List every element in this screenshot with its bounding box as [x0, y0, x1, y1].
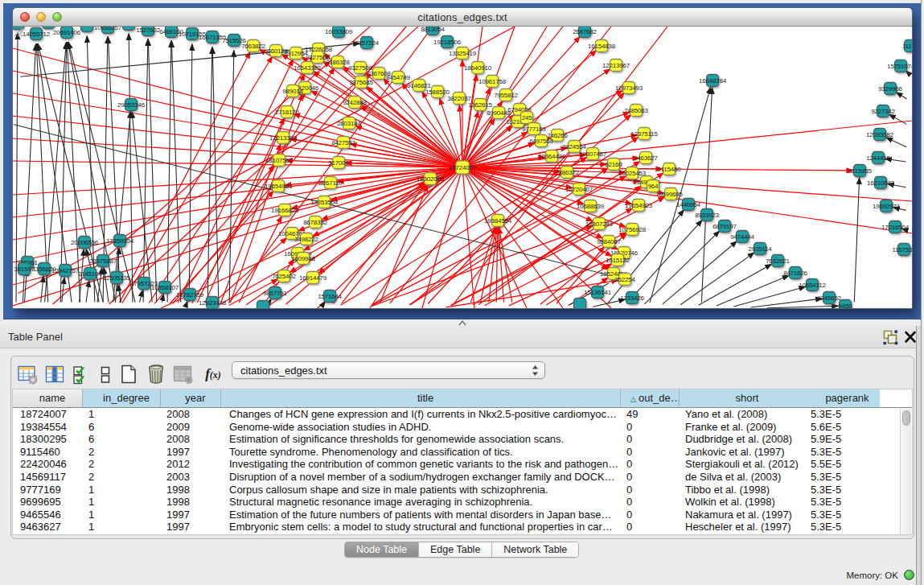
graph-edge[interactable]: [189, 43, 192, 302]
table-row[interactable]: 977716911998Corpus callosum shape and si…: [13, 484, 912, 496]
graph-node[interactable]: 6879197: [713, 220, 737, 233]
table-cell[interactable]: Corpus callosum shape and size in male p…: [221, 484, 621, 496]
graph-node[interactable]: 1244415: [866, 152, 890, 164]
table-cell[interactable]: 9777169: [13, 484, 83, 496]
graph-node[interactable]: 19218506: [433, 36, 462, 48]
table-row[interactable]: 946362711997Embryonic stem cells: a mode…: [13, 521, 912, 534]
table-cell[interactable]: Hescheler et al. (1997): [680, 521, 805, 534]
graph-edge[interactable]: [733, 286, 806, 307]
graph-node[interactable]: 8813054: [421, 27, 445, 35]
graph-node[interactable]: 7955812: [494, 89, 518, 101]
table-cell[interactable]: 5.3E-5: [805, 446, 880, 459]
graph-node[interactable]: 9227342: [871, 105, 895, 117]
graph-edge[interactable]: [13, 167, 457, 195]
table-cell[interactable]: 18724007: [13, 408, 83, 421]
table-row[interactable]: 946554611997Estimation of the future num…: [13, 509, 912, 521]
graph-node[interactable]: 10654112: [799, 279, 826, 291]
graph-node[interactable]: 245: [521, 112, 533, 124]
graph-node[interactable]: 19654923: [625, 200, 653, 212]
table-row[interactable]: 1872400712008Changes of HCN gene express…: [13, 408, 912, 421]
table-cell[interactable]: 2: [83, 471, 161, 484]
table-row[interactable]: 969969511998Structural magnetic resonanc…: [13, 496, 912, 509]
table-cell[interactable]: 1: [83, 484, 161, 496]
graph-node[interactable]: 15136141: [584, 286, 612, 299]
column-header-year[interactable]: year: [161, 389, 221, 407]
graph-edge[interactable]: [886, 138, 907, 147]
table-cell[interactable]: 1: [83, 521, 161, 534]
table-cell[interactable]: Franke et al. (2009): [680, 421, 805, 434]
tab-node-table[interactable]: Node Table: [345, 542, 419, 557]
table-scrollbar[interactable]: [900, 409, 911, 534]
tab-edge-table[interactable]: Edge Table: [419, 542, 492, 557]
graph-edge[interactable]: [140, 290, 142, 302]
table-row[interactable]: 911546021997Tourette syndrome. Phenomeno…: [13, 446, 912, 459]
table-cell[interactable]: Nakamura et al. (1997): [680, 509, 805, 521]
table-cell[interactable]: 2003: [161, 471, 221, 484]
table-cell[interactable]: Estimation of significance thresholds fo…: [221, 433, 621, 446]
table-cell[interactable]: 2012: [161, 458, 221, 471]
table-cell[interactable]: 5.3E-5: [805, 496, 880, 509]
table-cell[interactable]: 1998: [161, 496, 221, 509]
column-header-in_degree[interactable]: in_degree: [83, 389, 161, 407]
graph-node[interactable]: 9857791: [263, 287, 287, 299]
table-cell[interactable]: 2: [83, 446, 161, 459]
graph-node[interactable]: 11173: [902, 40, 912, 52]
table-cell[interactable]: 5.3E-5: [805, 484, 880, 496]
table-select-dropdown[interactable]: citations_edges.txt: [232, 361, 545, 379]
table-cell[interactable]: 2008: [161, 408, 221, 421]
graph-node[interactable]: 8471626: [783, 267, 807, 279]
table-cell[interactable]: 0: [621, 521, 680, 534]
graph-node[interactable]: 16033809: [325, 27, 353, 38]
graph-node[interactable]: 2935114: [748, 243, 772, 255]
table-cell[interactable]: Stergiakouli et al. (2012): [680, 458, 805, 471]
table-cell[interactable]: 6: [83, 433, 161, 446]
graph-node[interactable]: 1571644: [318, 290, 342, 303]
graph-node[interactable]: 9474444: [730, 231, 754, 243]
window-resize-grip[interactable]: [13, 27, 24, 37]
table-cell[interactable]: 5.5E-5: [805, 458, 880, 471]
memory-status-indicator[interactable]: [904, 570, 914, 580]
column-header-pagerank[interactable]: pagerank: [805, 389, 880, 407]
graph-node[interactable]: 9115460: [657, 163, 681, 175]
graph-node[interactable]: 9329966: [878, 83, 902, 95]
table-cell[interactable]: Tourette syndrome. Phenomenology and cla…: [221, 446, 621, 459]
function-builder-button[interactable]: f(x): [199, 363, 227, 385]
table-cell[interactable]: 5.3E-5: [805, 408, 880, 421]
graph-node[interactable]: 7485063: [624, 105, 648, 117]
graph-edge[interactable]: [13, 138, 457, 167]
graph-node[interactable]: 16914479: [299, 272, 327, 284]
table-cell[interactable]: Structural magnetic resonance image aver…: [221, 496, 621, 509]
tab-network-table[interactable]: Network Table: [492, 542, 578, 557]
graph-node[interactable]: 2718170: [275, 106, 299, 118]
table-cell[interactable]: 49: [621, 408, 680, 421]
delete-button[interactable]: [145, 363, 167, 385]
graph-node[interactable]: 10756928: [618, 224, 647, 236]
graph-node[interactable]: 19692971: [873, 200, 901, 212]
graph-edge[interactable]: [896, 93, 906, 99]
table-cell[interactable]: Dudbridge et al. (2008): [680, 433, 805, 446]
graph-node[interactable]: 7357224: [355, 37, 379, 49]
graph-node[interactable]: 14055712: [23, 28, 51, 40]
table-cell[interactable]: Genome-wide association studies in ADHD.: [221, 421, 621, 434]
show-column-button[interactable]: [43, 363, 66, 385]
graph-node[interactable]: 12375115: [630, 128, 658, 140]
graph-node[interactable]: 10961758: [478, 76, 507, 88]
table-cell[interactable]: 2008: [161, 433, 221, 446]
table-cell[interactable]: 1998: [161, 484, 221, 496]
table-cell[interactable]: 9465546: [13, 509, 83, 521]
table-cell[interactable]: 2: [83, 458, 161, 471]
table-cell[interactable]: 9463627: [13, 521, 83, 534]
table-cell[interactable]: 5.6E-5: [805, 421, 880, 434]
graph-edge[interactable]: [122, 56, 273, 303]
table-cell[interactable]: Wolkin et al. (1998): [680, 496, 805, 509]
graph-node[interactable]: 18640910: [464, 62, 492, 74]
graph-edge[interactable]: [41, 275, 43, 302]
graph-node[interactable]: 8933923: [695, 209, 719, 221]
table-cell[interactable]: 0: [621, 458, 680, 471]
row-height-button[interactable]: [98, 363, 113, 385]
graph-edge[interactable]: [104, 267, 109, 302]
table-cell[interactable]: 0: [621, 484, 680, 496]
table-cell[interactable]: 0: [621, 471, 680, 484]
table-cell[interactable]: 1: [83, 509, 161, 521]
graph-node[interactable]: 29053346: [117, 99, 146, 111]
